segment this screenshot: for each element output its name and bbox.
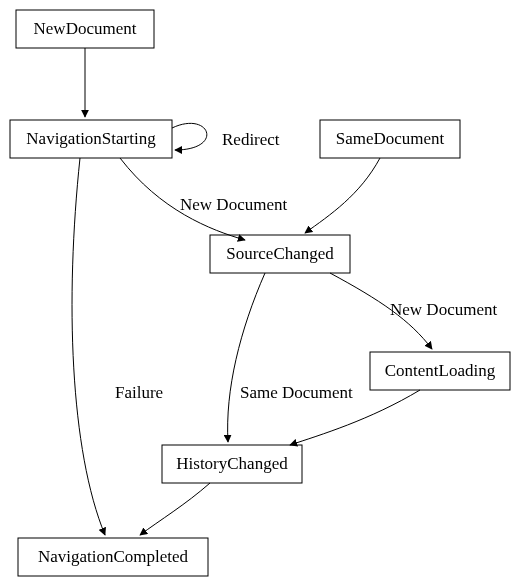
node-content-loading: ContentLoading (370, 352, 510, 390)
node-same-document: SameDocument (320, 120, 460, 158)
edge-label: New Document (180, 195, 287, 214)
node-label: NewDocument (34, 19, 137, 38)
node-label: SameDocument (336, 129, 445, 148)
edge-label: New Document (390, 300, 497, 319)
edge-label: Redirect (222, 130, 280, 149)
edge-redirect-loop (172, 123, 207, 150)
node-label: HistoryChanged (176, 454, 288, 473)
edge-label: Same Document (240, 383, 353, 402)
edge-historychanged-to-navcompleted (140, 483, 210, 535)
node-navigation-starting: NavigationStarting (10, 120, 172, 158)
node-source-changed: SourceChanged (210, 235, 350, 273)
node-label: NavigationStarting (26, 129, 156, 148)
node-label: SourceChanged (226, 244, 334, 263)
edge-samedoc-to-sourcechanged (305, 158, 380, 233)
edge-label: Failure (115, 383, 163, 402)
edge-navstart-to-navcompleted (72, 158, 105, 535)
node-label: ContentLoading (385, 361, 496, 380)
node-new-document: NewDocument (16, 10, 154, 48)
edge-sourcechanged-to-historychanged (228, 273, 265, 442)
node-history-changed: HistoryChanged (162, 445, 302, 483)
navigation-flow-diagram: NewDocument NavigationStarting SameDocum… (0, 0, 526, 583)
node-label: NavigationCompleted (38, 547, 189, 566)
node-navigation-completed: NavigationCompleted (18, 538, 208, 576)
